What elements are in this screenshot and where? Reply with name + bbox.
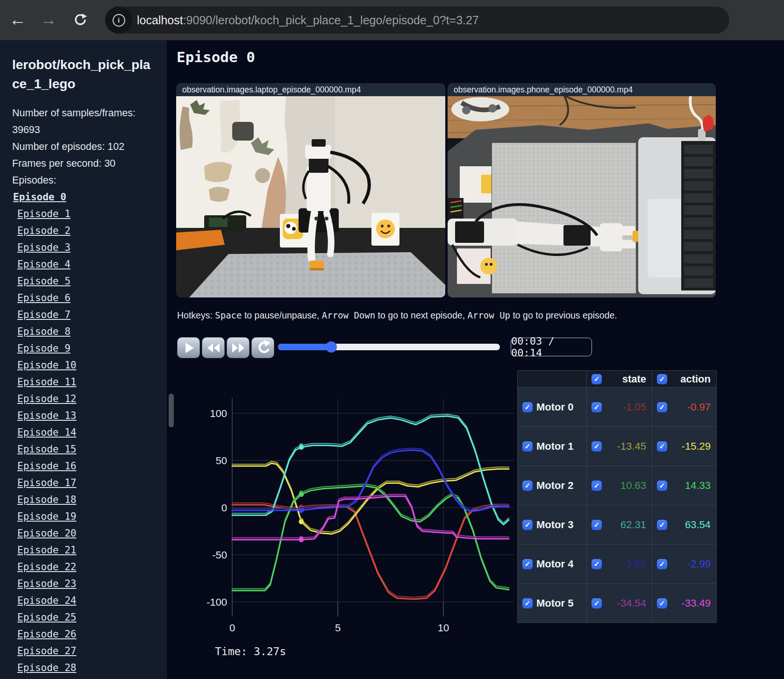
- fast-forward-button[interactable]: [227, 337, 249, 358]
- motor-action-value: -33.49: [682, 597, 711, 609]
- episode-link[interactable]: Episode 7: [17, 306, 167, 323]
- video-laptop-camera: [176, 96, 445, 297]
- episode-link[interactable]: Episode 27: [17, 643, 167, 659]
- url-host: localhost: [137, 14, 183, 27]
- episode-link[interactable]: Episode 26: [17, 626, 167, 643]
- episode-link[interactable]: Episode 19: [17, 508, 167, 525]
- motor-state-checkbox[interactable]: ✓: [592, 598, 602, 608]
- episode-link[interactable]: Episode 21: [17, 542, 167, 559]
- seek-slider[interactable]: [278, 344, 500, 350]
- video-phone-camera: [448, 96, 716, 297]
- motor-row: ✓Motor 1✓-13.45✓-15.29: [518, 427, 717, 466]
- episode-link[interactable]: Episode 20: [17, 525, 167, 542]
- svg-text:5: 5: [335, 622, 341, 634]
- episode-link[interactable]: Episode 16: [17, 458, 167, 474]
- motor-checkbox[interactable]: ✓: [522, 598, 533, 608]
- motor-checkbox[interactable]: ✓: [522, 441, 533, 452]
- svg-text:0: 0: [221, 502, 227, 514]
- episode-link[interactable]: Episode 23: [17, 575, 167, 592]
- episode-link[interactable]: Episode 11: [17, 374, 167, 390]
- state-column-checkbox[interactable]: ✓: [592, 374, 602, 384]
- lego-baseplate: [189, 252, 445, 297]
- hotkeys-help: Hotkeys: Space to pause/unpause, Arrow D…: [177, 310, 617, 321]
- episode-link[interactable]: Episode 17: [17, 474, 167, 491]
- site-info-button[interactable]: i: [105, 7, 132, 34]
- episode-link[interactable]: Episode 1: [17, 205, 167, 222]
- motor-chart[interactable]: 100500-50-1000510: [167, 367, 517, 647]
- video-label-laptop: observation.images.laptop_episode_000000…: [176, 83, 445, 96]
- motor-state-checkbox[interactable]: ✓: [592, 441, 602, 452]
- motor-table-body: ✓Motor 0✓-1.05✓-0.97✓Motor 1✓-13.45✓-15.…: [518, 388, 717, 623]
- motor-name: Motor 3: [536, 519, 573, 531]
- rewind-button[interactable]: [202, 337, 225, 358]
- loop-button[interactable]: [251, 337, 274, 358]
- motor-state-checkbox[interactable]: ✓: [592, 481, 602, 491]
- motor-table-header: ✓ state ✓ action: [518, 371, 717, 388]
- rewind-icon: [203, 339, 224, 357]
- video-label-phone: observation.images.phone_episode_000000.…: [448, 83, 716, 96]
- info-icon: i: [113, 14, 125, 27]
- motor-checkbox[interactable]: ✓: [522, 402, 533, 412]
- hotkey-arrow-up: Arrow Up: [468, 310, 511, 320]
- episode-link[interactable]: Episode 22: [17, 559, 167, 575]
- episode-link[interactable]: Episode 25: [17, 609, 167, 626]
- episode-link[interactable]: Episode 18: [17, 491, 167, 508]
- episode-link[interactable]: Episode 2: [17, 222, 167, 239]
- svg-text:10: 10: [438, 622, 449, 634]
- episode-link[interactable]: Episode 15: [17, 441, 167, 458]
- motor-state-checkbox[interactable]: ✓: [592, 559, 602, 569]
- browser-toolbar: ← → i localhost:9090/lerobot/koch_pick_p…: [0, 0, 784, 40]
- sidebar: lerobot/koch_pick_place_1_lego Number of…: [0, 40, 167, 679]
- hotkeys-seg3: to go to previous episode.: [510, 310, 617, 320]
- action-column-checkbox[interactable]: ✓: [657, 374, 667, 384]
- gripper-finger-left: [311, 213, 314, 259]
- episode-link[interactable]: Episode 5: [17, 273, 167, 290]
- motor-row: ✓Motor 3✓62.31✓63.54: [518, 505, 717, 545]
- motor-action-checkbox[interactable]: ✓: [657, 559, 667, 569]
- svg-text:50: 50: [216, 455, 227, 467]
- motor-action-checkbox[interactable]: ✓: [657, 441, 667, 452]
- motor-action-checkbox[interactable]: ✓: [657, 481, 667, 491]
- seek-slider-fill: [278, 344, 331, 350]
- time-display: 00:03 / 00:14: [511, 338, 592, 356]
- episode-link[interactable]: Episode 13: [17, 407, 167, 424]
- episode-link[interactable]: Episode 3: [17, 239, 167, 256]
- episode-link[interactable]: Episode 8: [17, 323, 167, 340]
- episode-link[interactable]: Episode 0: [13, 189, 167, 205]
- episode-list: Episode 0Episode 1Episode 2Episode 3Epis…: [17, 189, 167, 676]
- back-button[interactable]: ←: [7, 8, 29, 31]
- svg-text:0: 0: [229, 622, 235, 634]
- episode-link[interactable]: Episode 12: [17, 390, 167, 407]
- seek-slider-thumb[interactable]: [326, 341, 337, 353]
- dataset-info: Number of samples/frames: 39693 Number o…: [12, 105, 147, 189]
- motor-state-value: -1.05: [623, 401, 646, 413]
- episode-link[interactable]: Episode 14: [17, 424, 167, 441]
- episode-link[interactable]: Episode 9: [17, 340, 167, 357]
- motor-action-checkbox[interactable]: ✓: [657, 402, 667, 412]
- motor-checkbox[interactable]: ✓: [522, 520, 533, 530]
- action-column-label: action: [680, 373, 711, 385]
- info-samples: Number of samples/frames: 39693: [12, 105, 147, 138]
- header-empty-cell: [518, 371, 587, 388]
- forward-button[interactable]: →: [37, 8, 60, 31]
- episode-link[interactable]: Episode 24: [17, 592, 167, 609]
- motor-state-checkbox[interactable]: ✓: [592, 402, 602, 412]
- motor-state-value: -34.54: [617, 597, 646, 609]
- episode-link[interactable]: Episode 28: [17, 659, 167, 676]
- header-state-cell: ✓ state: [587, 371, 652, 388]
- motor-action-checkbox[interactable]: ✓: [657, 598, 667, 608]
- url-bar[interactable]: i localhost:9090/lerobot/koch_pick_place…: [105, 7, 729, 34]
- reload-button[interactable]: [69, 8, 92, 31]
- episode-link[interactable]: Episode 4: [17, 256, 167, 273]
- motor-name: Motor 2: [536, 480, 573, 492]
- motor-action-checkbox[interactable]: ✓: [657, 520, 667, 530]
- chart-time-label: Time: 3.27s: [215, 645, 286, 658]
- episode-link[interactable]: Episode 6: [17, 290, 167, 306]
- episodes-heading: Episodes:: [12, 172, 147, 189]
- episode-link[interactable]: Episode 10: [17, 357, 167, 374]
- motor-action-value: -2.99: [687, 558, 711, 570]
- play-button[interactable]: [177, 337, 200, 358]
- motor-checkbox[interactable]: ✓: [522, 481, 533, 491]
- motor-state-checkbox[interactable]: ✓: [592, 520, 602, 530]
- motor-checkbox[interactable]: ✓: [522, 559, 533, 569]
